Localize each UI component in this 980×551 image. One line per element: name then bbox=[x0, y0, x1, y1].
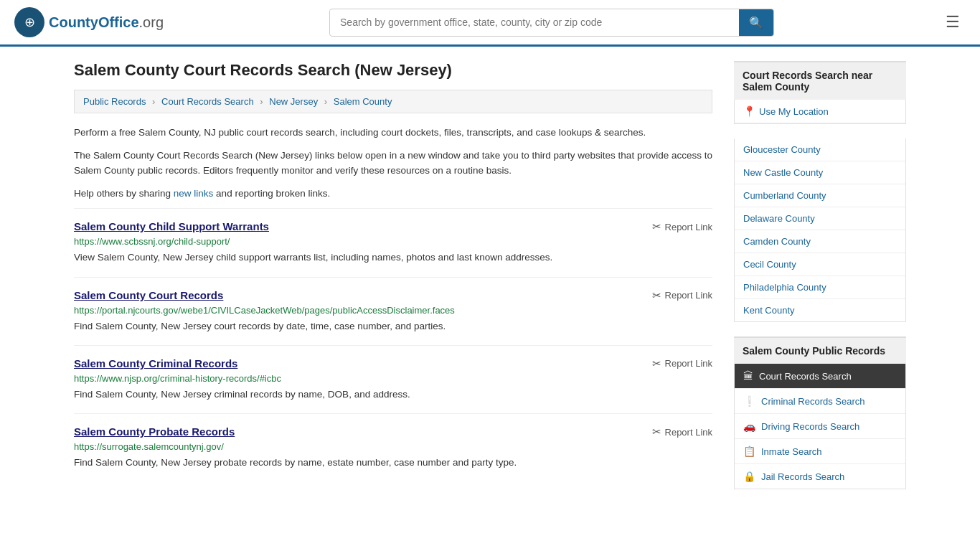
description-3: Help others by sharing new links and rep… bbox=[74, 186, 712, 202]
report-link[interactable]: ✂ Report Link bbox=[652, 357, 712, 370]
nearby-county-link[interactable]: Cecil County bbox=[735, 253, 905, 276]
description-2: The Salem County Court Records Search (N… bbox=[74, 148, 712, 179]
record-label: Jail Records Search bbox=[761, 471, 844, 482]
nearby-county-link[interactable]: Delaware County bbox=[735, 207, 905, 230]
public-records-section-title: Salem County Public Records bbox=[734, 336, 906, 364]
result-item: Salem County Probate Records ✂ Report Li… bbox=[74, 413, 712, 481]
record-label: Criminal Records Search bbox=[761, 396, 865, 407]
result-desc: Find Salem County, New Jersey probate re… bbox=[74, 456, 712, 470]
nearby-county-item[interactable]: Kent County bbox=[735, 299, 905, 321]
public-record-item[interactable]: ❕ Criminal Records Search bbox=[735, 389, 905, 414]
report-icon: ✂ bbox=[652, 425, 661, 438]
record-icon: 📋 bbox=[743, 446, 755, 457]
nearby-county-item[interactable]: Delaware County bbox=[735, 207, 905, 230]
description-1: Perform a free Salem County, NJ public c… bbox=[74, 125, 712, 141]
report-icon: ✂ bbox=[652, 357, 661, 370]
result-url[interactable]: https://www.scbssnj.org/child-support/ bbox=[74, 236, 712, 247]
nearby-county-link[interactable]: Cumberland County bbox=[735, 184, 905, 207]
site-header: ⊕ CountyOffice.org 🔍 ☰ bbox=[0, 0, 980, 47]
menu-icon[interactable]: ☰ bbox=[940, 10, 966, 34]
record-label: Driving Records Search bbox=[761, 421, 859, 432]
result-header: Salem County Child Support Warrants ✂ Re… bbox=[74, 220, 712, 233]
nearby-county-link[interactable]: Gloucester County bbox=[735, 138, 905, 161]
result-url[interactable]: https://surrogate.salemcountynj.gov/ bbox=[74, 441, 712, 452]
public-record-link[interactable]: ❕ Criminal Records Search bbox=[735, 389, 905, 413]
result-title[interactable]: Salem County Criminal Records bbox=[74, 357, 237, 369]
report-link[interactable]: ✂ Report Link bbox=[652, 220, 712, 233]
logo-icon: ⊕ bbox=[14, 7, 44, 37]
nearby-county-link[interactable]: New Castle County bbox=[735, 161, 905, 184]
nearby-county-link[interactable]: Philadelphia County bbox=[735, 276, 905, 298]
public-records-list: 🏛 Court Records Search ❕ Criminal Record… bbox=[734, 364, 906, 489]
record-icon: ❕ bbox=[743, 395, 755, 407]
record-icon: 🔒 bbox=[743, 471, 755, 482]
nearby-counties-list: 📍 Use My Location bbox=[734, 100, 906, 124]
logo-text: CountyOffice.org bbox=[49, 14, 164, 31]
result-header: Salem County Court Records ✂ Report Link bbox=[74, 289, 712, 302]
result-url[interactable]: https://portal.njcourts.gov/webe1/CIVILC… bbox=[74, 305, 712, 316]
nearby-county-item[interactable]: New Castle County bbox=[735, 161, 905, 184]
breadcrumb-court-records-search[interactable]: Court Records Search bbox=[161, 96, 254, 107]
nearby-county-link[interactable]: Kent County bbox=[735, 299, 905, 321]
nearby-county-item[interactable]: Camden County bbox=[735, 230, 905, 253]
result-header: Salem County Criminal Records ✂ Report L… bbox=[74, 357, 712, 370]
search-button[interactable]: 🔍 bbox=[739, 9, 773, 36]
results-list: Salem County Child Support Warrants ✂ Re… bbox=[74, 208, 712, 481]
breadcrumb: Public Records › Court Records Search › … bbox=[74, 90, 712, 113]
breadcrumb-public-records[interactable]: Public Records bbox=[83, 96, 146, 107]
record-label: Court Records Search bbox=[759, 371, 852, 382]
logo-link[interactable]: ⊕ CountyOffice.org bbox=[14, 7, 164, 37]
breadcrumb-salem-county[interactable]: Salem County bbox=[334, 96, 392, 107]
result-item: Salem County Criminal Records ✂ Report L… bbox=[74, 345, 712, 413]
public-record-item[interactable]: 🔒 Jail Records Search bbox=[735, 464, 905, 489]
public-record-link[interactable]: 🏛 Court Records Search bbox=[735, 364, 905, 388]
result-desc: Find Salem County, New Jersey court reco… bbox=[74, 319, 712, 334]
nearby-county-link[interactable]: Camden County bbox=[735, 230, 905, 253]
nearby-section-title: Court Records Search near Salem County bbox=[734, 61, 906, 100]
nearby-list: Gloucester CountyNew Castle CountyCumber… bbox=[734, 138, 906, 322]
result-title[interactable]: Salem County Child Support Warrants bbox=[74, 220, 269, 232]
result-desc: Find Salem County, New Jersey criminal r… bbox=[74, 387, 712, 402]
result-item: Salem County Court Records ✂ Report Link… bbox=[74, 277, 712, 345]
record-label: Inmate Search bbox=[761, 446, 822, 457]
report-link[interactable]: ✂ Report Link bbox=[652, 425, 712, 438]
public-record-item[interactable]: 🏛 Court Records Search bbox=[735, 364, 905, 389]
record-icon: 🚗 bbox=[743, 420, 755, 432]
search-input[interactable] bbox=[330, 10, 739, 34]
nearby-county-item[interactable]: Philadelphia County bbox=[735, 276, 905, 299]
nearby-county-item[interactable]: Gloucester County bbox=[735, 138, 905, 161]
breadcrumb-new-jersey[interactable]: New Jersey bbox=[269, 96, 318, 107]
public-record-item[interactable]: 🚗 Driving Records Search bbox=[735, 414, 905, 439]
new-links-link[interactable]: new links bbox=[174, 188, 214, 199]
result-url[interactable]: https://www.njsp.org/criminal-history-re… bbox=[74, 373, 712, 384]
result-header: Salem County Probate Records ✂ Report Li… bbox=[74, 425, 712, 438]
report-icon: ✂ bbox=[652, 220, 661, 233]
public-record-link[interactable]: 🔒 Jail Records Search bbox=[735, 464, 905, 489]
record-icon: 🏛 bbox=[743, 370, 753, 382]
page-title: Salem County Court Records Search (New J… bbox=[74, 61, 712, 80]
report-icon: ✂ bbox=[652, 289, 661, 302]
use-location-label: Use My Location bbox=[759, 106, 829, 117]
result-item: Salem County Child Support Warrants ✂ Re… bbox=[74, 208, 712, 276]
nearby-county-item[interactable]: Cumberland County bbox=[735, 184, 905, 207]
sidebar: Court Records Search near Salem County 📍… bbox=[734, 61, 906, 489]
result-desc: View Salem County, New Jersey child supp… bbox=[74, 250, 712, 265]
public-record-link[interactable]: 🚗 Driving Records Search bbox=[735, 414, 905, 438]
public-record-link[interactable]: 📋 Inmate Search bbox=[735, 439, 905, 463]
result-title[interactable]: Salem County Court Records bbox=[74, 289, 223, 301]
public-record-item[interactable]: 📋 Inmate Search bbox=[735, 439, 905, 464]
main-content: Salem County Court Records Search (New J… bbox=[74, 61, 712, 489]
nearby-county-item[interactable]: Cecil County bbox=[735, 253, 905, 276]
search-bar: 🔍 bbox=[329, 9, 774, 37]
main-container: Salem County Court Records Search (New J… bbox=[60, 47, 920, 504]
result-title[interactable]: Salem County Probate Records bbox=[74, 425, 235, 438]
use-location-item[interactable]: 📍 Use My Location bbox=[735, 100, 905, 123]
location-pin-icon: 📍 bbox=[743, 105, 755, 117]
report-link[interactable]: ✂ Report Link bbox=[652, 289, 712, 302]
